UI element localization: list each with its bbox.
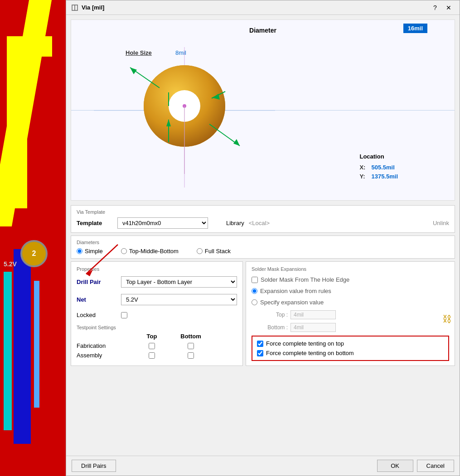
tenting-bottom-checkbox[interactable] [257, 350, 263, 356]
diameter-value-box: 16mil [403, 24, 427, 33]
via-diagram: Diameter 16mil Hole Size 8mil [71, 19, 455, 201]
template-field-label: Template [77, 220, 113, 226]
title-bar: Via [mil] ? ✕ [66, 0, 460, 15]
drill-pair-select[interactable]: Top Layer - Bottom Layer [121, 276, 237, 288]
tenting-top-row: Force complete tenting on top [257, 340, 444, 347]
footer-left: Drill Pairs [72, 460, 377, 472]
cancel-button[interactable]: Cancel [417, 460, 454, 472]
y-label: Y: [359, 173, 365, 180]
x-value: 505.5mil [368, 164, 398, 171]
chain-link-icon: ⛓ [442, 314, 451, 324]
expansion-rules-row: Expansion value from rules [252, 288, 449, 294]
y-value: 1375.5mil [368, 173, 398, 180]
location-info: Location X: 505.5mil Y: 1375.5mil [357, 151, 400, 182]
drill-pair-row: Drill Pair Top Layer - Bottom Layer [77, 276, 237, 288]
main-columns: Properties Drill Pair Top Layer - Bottom… [71, 261, 455, 366]
diameters-radio-group: Simple Top-Middle-Bottom Full Stack [77, 248, 449, 255]
simple-radio[interactable] [77, 248, 82, 254]
diameters-section: Diameters Simple Top-Middle-Bottom Full … [71, 236, 455, 259]
net-row: Net 5.2V [77, 294, 237, 305]
tenting-bottom-label: Force complete tenting on bottom [266, 350, 354, 356]
template-row: Template v41h20m0mx0 Library <Local> Unl… [77, 217, 449, 229]
simple-label: Simple [85, 248, 103, 255]
location-label: Location [359, 153, 398, 162]
tenting-top-label: Force complete tenting on top [266, 340, 344, 347]
testpoint-grid: Top Bottom Fabrication Assembly [77, 333, 237, 359]
expansion-rules-label: Expansion value from rules [260, 288, 331, 294]
from-hole-edge-label: Solder Mask From The Hole Edge [261, 276, 349, 283]
diameter-label: Diameter [249, 27, 276, 34]
bottom-value-input[interactable] [291, 323, 336, 332]
tenting-top-checkbox[interactable] [257, 341, 263, 347]
footer-right: OK Cancel [377, 460, 454, 472]
simple-option[interactable]: Simple [77, 248, 103, 255]
diameter-value: 16mil [408, 25, 423, 32]
top-value-container: Top : Bottom : ⛓ [252, 310, 449, 332]
from-hole-edge-checkbox[interactable] [252, 277, 258, 283]
full-stack-radio[interactable] [197, 248, 203, 254]
top-value-input[interactable] [291, 310, 336, 319]
testpoint-label: Testpoint Settings [77, 325, 237, 330]
drill-pair-label: Drill Pair [77, 279, 117, 285]
testpoint-section: Testpoint Settings Top Bottom Fabricatio… [77, 325, 237, 359]
locked-row: Locked [77, 312, 237, 318]
ok-button[interactable]: OK [377, 460, 413, 472]
specify-expansion-radio[interactable] [252, 299, 257, 305]
top-sublabel: Top : [261, 312, 288, 318]
full-stack-option[interactable]: Full Stack [197, 248, 231, 255]
assembly-top-checkbox[interactable] [149, 352, 155, 359]
tenting-bottom-row: Force complete tenting on bottom [257, 350, 444, 356]
expansion-rules-radio[interactable] [252, 288, 257, 294]
svg-rect-2 [14, 249, 31, 444]
pcb-net-text: 5.2V [4, 260, 17, 268]
dialog-content: Diameter 16mil Hole Size 8mil [66, 15, 460, 456]
dialog-title: Via [mil] [82, 4, 429, 11]
assembly-top-check [134, 352, 170, 359]
diameters-label: Diameters [77, 240, 449, 245]
svg-rect-0 [7, 36, 27, 208]
via-template-section: Via Template Template v41h20m0mx0 Librar… [71, 205, 455, 233]
via-dialog: Via [mil] ? ✕ Diameter 16mil Hole Size 8… [66, 0, 460, 476]
properties-column: Properties Drill Pair Top Layer - Bottom… [71, 261, 243, 366]
assembly-bottom-checkbox[interactable] [188, 352, 194, 359]
assembly-label: Assembly [77, 352, 131, 359]
top-input-row: Top : [261, 310, 449, 319]
top-middle-bottom-option[interactable]: Top-Middle-Bottom [121, 248, 179, 255]
top-middle-bottom-radio[interactable] [121, 248, 127, 254]
dialog-icon [71, 4, 79, 12]
svg-marker-15 [130, 67, 137, 74]
via-svg [71, 34, 298, 188]
specify-expansion-row: Specify expansion value [252, 299, 449, 306]
svg-marker-17 [233, 139, 240, 146]
tenting-box: Force complete tenting on top Force comp… [252, 336, 449, 361]
svg-rect-4 [34, 281, 39, 408]
from-hole-edge-row: Solder Mask From The Hole Edge [252, 276, 449, 283]
via-template-label: Via Template [77, 209, 449, 215]
help-button[interactable]: ? [429, 2, 441, 13]
fabrication-top-check [134, 343, 170, 349]
net-select[interactable]: 5.2V [121, 294, 237, 305]
library-value: <Local> [249, 220, 270, 226]
fabrication-label: Fabrication [77, 342, 131, 349]
top-header: Top [134, 333, 170, 340]
svg-rect-1 [7, 36, 52, 57]
unlink-button[interactable]: Unlink [433, 220, 449, 226]
bottom-sublabel: Bottom : [261, 324, 288, 331]
fabrication-top-checkbox[interactable] [149, 343, 155, 349]
library-key: Library [226, 220, 244, 226]
x-label: X: [359, 164, 365, 171]
template-select[interactable]: v41h20m0mx0 [117, 217, 208, 229]
assembly-bottom-check [173, 352, 209, 359]
close-button[interactable]: ✕ [442, 2, 455, 13]
net-label: Net [77, 296, 117, 303]
properties-title: Properties [77, 266, 237, 272]
solder-mask-column: Solder Mask Expansions Solder Mask From … [246, 261, 455, 366]
fabrication-bottom-check [173, 343, 209, 349]
locked-checkbox[interactable] [121, 312, 127, 318]
full-stack-label: Full Stack [205, 248, 231, 255]
bottom-input-row: Bottom : [261, 323, 449, 332]
title-bar-buttons: ? ✕ [429, 2, 455, 13]
pcb-via-circle: 2 [20, 240, 48, 267]
fabrication-bottom-checkbox[interactable] [188, 343, 194, 349]
drill-pairs-button[interactable]: Drill Pairs [72, 460, 116, 472]
